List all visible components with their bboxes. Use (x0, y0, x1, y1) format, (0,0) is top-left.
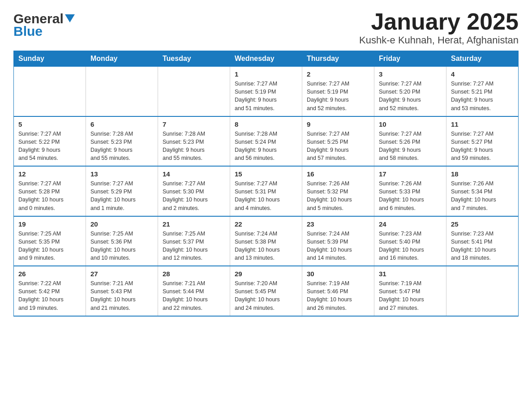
page-title: January 2025 (359, 9, 519, 34)
day-number: 27 (90, 270, 153, 278)
calendar-cell (14, 67, 86, 116)
col-friday: Friday (374, 51, 446, 67)
calendar-cell: 3Sunrise: 7:27 AMSunset: 5:20 PMDaylight… (374, 67, 446, 116)
col-sunday: Sunday (14, 51, 86, 67)
day-number: 5 (18, 120, 81, 128)
col-thursday: Thursday (302, 51, 374, 67)
day-info: Sunrise: 7:27 AMSunset: 5:21 PMDaylight:… (451, 80, 514, 112)
calendar-header: Sunday Monday Tuesday Wednesday Thursday… (14, 51, 519, 67)
calendar-cell: 9Sunrise: 7:27 AMSunset: 5:25 PMDaylight… (302, 116, 374, 167)
day-number: 18 (451, 170, 514, 178)
day-info: Sunrise: 7:21 AMSunset: 5:43 PMDaylight:… (90, 279, 153, 312)
day-number: 10 (379, 120, 442, 128)
calendar-body: 1Sunrise: 7:27 AMSunset: 5:19 PMDaylight… (14, 67, 519, 316)
day-info: Sunrise: 7:25 AMSunset: 5:35 PMDaylight:… (18, 230, 81, 262)
calendar-cell: 7Sunrise: 7:28 AMSunset: 5:23 PMDaylight… (158, 116, 230, 167)
day-info: Sunrise: 7:27 AMSunset: 5:26 PMDaylight:… (379, 130, 442, 163)
day-info: Sunrise: 7:24 AMSunset: 5:39 PMDaylight:… (307, 230, 369, 262)
calendar-table: Sunday Monday Tuesday Wednesday Thursday… (13, 51, 519, 317)
day-info: Sunrise: 7:26 AMSunset: 5:34 PMDaylight:… (451, 180, 514, 212)
day-number: 20 (90, 220, 153, 228)
calendar-cell: 24Sunrise: 7:23 AMSunset: 5:40 PMDayligh… (374, 216, 446, 266)
calendar-cell: 19Sunrise: 7:25 AMSunset: 5:35 PMDayligh… (14, 216, 86, 266)
day-info: Sunrise: 7:21 AMSunset: 5:44 PMDaylight:… (163, 279, 225, 312)
calendar-cell (158, 67, 230, 116)
calendar-cell: 26Sunrise: 7:22 AMSunset: 5:42 PMDayligh… (14, 266, 86, 316)
day-info: Sunrise: 7:20 AMSunset: 5:45 PMDaylight:… (235, 279, 297, 312)
calendar-cell: 31Sunrise: 7:19 AMSunset: 5:47 PMDayligh… (374, 266, 446, 316)
day-number: 17 (379, 170, 442, 178)
day-info: Sunrise: 7:27 AMSunset: 5:29 PMDaylight:… (90, 180, 153, 212)
day-number: 4 (451, 70, 514, 78)
day-number: 26 (18, 270, 81, 278)
calendar-cell: 18Sunrise: 7:26 AMSunset: 5:34 PMDayligh… (446, 166, 519, 216)
day-info: Sunrise: 7:27 AMSunset: 5:28 PMDaylight:… (18, 180, 81, 212)
day-number: 9 (307, 120, 369, 128)
day-info: Sunrise: 7:27 AMSunset: 5:22 PMDaylight:… (18, 130, 81, 163)
calendar-cell: 11Sunrise: 7:27 AMSunset: 5:27 PMDayligh… (446, 116, 519, 167)
day-info: Sunrise: 7:25 AMSunset: 5:37 PMDaylight:… (163, 230, 225, 262)
calendar-cell: 1Sunrise: 7:27 AMSunset: 5:19 PMDaylight… (230, 67, 302, 116)
day-number: 7 (163, 120, 225, 128)
day-number: 28 (163, 270, 225, 278)
day-number: 12 (18, 170, 81, 178)
day-number: 25 (451, 220, 514, 228)
day-number: 11 (451, 120, 514, 128)
col-monday: Monday (86, 51, 158, 67)
day-number: 24 (379, 220, 442, 228)
day-number: 16 (307, 170, 369, 178)
day-info: Sunrise: 7:22 AMSunset: 5:42 PMDaylight:… (18, 279, 81, 312)
day-info: Sunrise: 7:26 AMSunset: 5:32 PMDaylight:… (307, 180, 369, 212)
calendar-cell: 30Sunrise: 7:19 AMSunset: 5:46 PMDayligh… (302, 266, 374, 316)
day-number: 19 (18, 220, 81, 228)
calendar-cell: 6Sunrise: 7:28 AMSunset: 5:23 PMDaylight… (86, 116, 158, 167)
calendar-cell: 22Sunrise: 7:24 AMSunset: 5:38 PMDayligh… (230, 216, 302, 266)
calendar-cell: 21Sunrise: 7:25 AMSunset: 5:37 PMDayligh… (158, 216, 230, 266)
day-number: 2 (307, 70, 369, 78)
calendar-cell: 27Sunrise: 7:21 AMSunset: 5:43 PMDayligh… (86, 266, 158, 316)
week-row-4: 19Sunrise: 7:25 AMSunset: 5:35 PMDayligh… (14, 216, 519, 266)
day-info: Sunrise: 7:19 AMSunset: 5:46 PMDaylight:… (307, 279, 369, 312)
calendar-cell: 29Sunrise: 7:20 AMSunset: 5:45 PMDayligh… (230, 266, 302, 316)
calendar-cell (86, 67, 158, 116)
day-info: Sunrise: 7:23 AMSunset: 5:40 PMDaylight:… (379, 230, 442, 262)
day-number: 8 (235, 120, 297, 128)
day-info: Sunrise: 7:26 AMSunset: 5:33 PMDaylight:… (379, 180, 442, 212)
week-row-5: 26Sunrise: 7:22 AMSunset: 5:42 PMDayligh… (14, 266, 519, 316)
calendar-cell: 23Sunrise: 7:24 AMSunset: 5:39 PMDayligh… (302, 216, 374, 266)
title-block: January 2025 Kushk-e Kuhnah, Herat, Afgh… (359, 9, 519, 46)
calendar-cell: 25Sunrise: 7:23 AMSunset: 5:41 PMDayligh… (446, 216, 519, 266)
day-info: Sunrise: 7:27 AMSunset: 5:30 PMDaylight:… (163, 180, 225, 212)
calendar-cell: 28Sunrise: 7:21 AMSunset: 5:44 PMDayligh… (158, 266, 230, 316)
day-info: Sunrise: 7:27 AMSunset: 5:31 PMDaylight:… (235, 180, 297, 212)
day-number: 31 (379, 270, 442, 278)
day-number: 30 (307, 270, 369, 278)
calendar-cell: 17Sunrise: 7:26 AMSunset: 5:33 PMDayligh… (374, 166, 446, 216)
day-info: Sunrise: 7:25 AMSunset: 5:36 PMDaylight:… (90, 230, 153, 262)
day-number: 22 (235, 220, 297, 228)
day-info: Sunrise: 7:27 AMSunset: 5:19 PMDaylight:… (307, 80, 369, 112)
logo: General Blue (13, 9, 75, 39)
calendar-cell (446, 266, 519, 316)
calendar-cell: 13Sunrise: 7:27 AMSunset: 5:29 PMDayligh… (86, 166, 158, 216)
week-row-1: 1Sunrise: 7:27 AMSunset: 5:19 PMDaylight… (14, 67, 519, 116)
day-number: 6 (90, 120, 153, 128)
page-subtitle: Kushk-e Kuhnah, Herat, Afghanistan (359, 34, 519, 46)
calendar-cell: 4Sunrise: 7:27 AMSunset: 5:21 PMDaylight… (446, 67, 519, 116)
calendar-cell: 20Sunrise: 7:25 AMSunset: 5:36 PMDayligh… (86, 216, 158, 266)
calendar-cell: 14Sunrise: 7:27 AMSunset: 5:30 PMDayligh… (158, 166, 230, 216)
day-info: Sunrise: 7:28 AMSunset: 5:24 PMDaylight:… (235, 130, 297, 163)
page-header: General Blue January 2025 Kushk-e Kuhnah… (13, 9, 519, 46)
day-info: Sunrise: 7:19 AMSunset: 5:47 PMDaylight:… (379, 279, 442, 312)
calendar-cell: 15Sunrise: 7:27 AMSunset: 5:31 PMDayligh… (230, 166, 302, 216)
day-number: 14 (163, 170, 225, 178)
day-number: 15 (235, 170, 297, 178)
day-info: Sunrise: 7:28 AMSunset: 5:23 PMDaylight:… (90, 130, 153, 163)
day-number: 29 (235, 270, 297, 278)
calendar-cell: 8Sunrise: 7:28 AMSunset: 5:24 PMDaylight… (230, 116, 302, 167)
day-number: 1 (235, 70, 297, 78)
day-info: Sunrise: 7:23 AMSunset: 5:41 PMDaylight:… (451, 230, 514, 262)
day-info: Sunrise: 7:28 AMSunset: 5:23 PMDaylight:… (163, 130, 225, 163)
day-number: 3 (379, 70, 442, 78)
calendar-cell: 2Sunrise: 7:27 AMSunset: 5:19 PMDaylight… (302, 67, 374, 116)
